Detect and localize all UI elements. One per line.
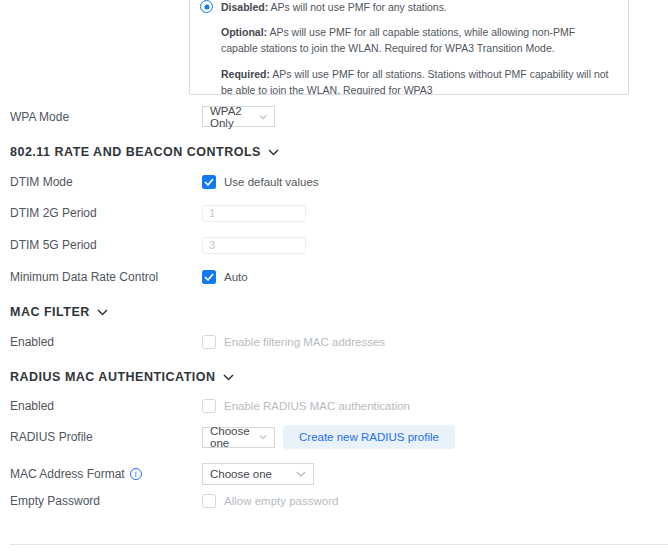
- radius-enabled-label: Enabled: [10, 399, 202, 413]
- dtim-2g-row: DTIM 2G Period: [10, 204, 668, 222]
- dtim-5g-input[interactable]: [202, 237, 306, 254]
- pmf-option-disabled-text: Disabled: APs will not use PMF for any s…: [221, 0, 447, 14]
- mac-filter-enabled-row: Enabled Enable filtering MAC addresses: [10, 334, 668, 349]
- pmf-options-box: Disabled: APs will not use PMF for any s…: [189, 0, 629, 95]
- mac-address-format-row: MAC Address Format i Choose one: [10, 463, 668, 485]
- min-data-rate-label: Minimum Data Rate Control: [10, 270, 202, 284]
- wpa-mode-label: WPA Mode: [10, 110, 202, 124]
- dtim-2g-input[interactable]: [202, 205, 306, 222]
- pmf-option-required-text: Required: APs will use PMF for all stati…: [221, 66, 614, 95]
- radius-enabled-checkbox-label: Enable RADIUS MAC authentication: [224, 400, 410, 412]
- pmf-option-required-name: Required:: [221, 68, 270, 80]
- create-radius-profile-button[interactable]: Create new RADIUS profile: [283, 425, 455, 449]
- mac-address-format-value: Choose one: [210, 468, 272, 480]
- empty-password-row: Empty Password Allow empty password: [10, 493, 668, 508]
- wpa-mode-select[interactable]: WPA2 Only: [202, 106, 275, 127]
- radius-enabled-checkbox[interactable]: [202, 399, 216, 413]
- empty-password-label: Empty Password: [10, 494, 202, 508]
- min-data-rate-row: Minimum Data Rate Control Auto: [10, 269, 668, 284]
- empty-password-checkbox[interactable]: [202, 494, 216, 508]
- radio-selected-icon[interactable]: [200, 0, 213, 13]
- dtim-2g-label: DTIM 2G Period: [10, 206, 202, 220]
- pmf-option-disabled-name: Disabled:: [221, 1, 268, 13]
- pmf-option-optional-name: Optional:: [221, 26, 267, 38]
- empty-password-checkbox-label: Allow empty password: [224, 495, 338, 507]
- dtim-mode-checkbox[interactable]: [202, 175, 216, 189]
- dtim-5g-row: DTIM 5G Period: [10, 236, 668, 254]
- mac-filter-enabled-label: Enabled: [10, 335, 202, 349]
- dtim-5g-label: DTIM 5G Period: [10, 238, 202, 252]
- info-icon[interactable]: i: [130, 468, 142, 480]
- radio-dot: [204, 4, 209, 9]
- mac-address-format-label-wrap: MAC Address Format i: [10, 467, 202, 481]
- wpa-mode-row: WPA Mode WPA2 Only: [10, 106, 668, 127]
- min-data-rate-checkbox[interactable]: [202, 270, 216, 284]
- checkmark-icon: [204, 273, 214, 281]
- radius-profile-row: RADIUS Profile Choose one Create new RAD…: [10, 425, 668, 449]
- chevron-down-icon: [296, 471, 306, 477]
- radius-profile-select[interactable]: Choose one: [202, 427, 275, 448]
- section-title-radius-mac: RADIUS MAC AUTHENTICATION: [10, 370, 216, 384]
- pmf-option-optional-desc: APs will use PMF for all capable station…: [221, 26, 575, 54]
- mac-address-format-select[interactable]: Choose one: [202, 463, 314, 485]
- radius-profile-value: Choose one: [210, 425, 259, 449]
- checkmark-icon: [204, 178, 214, 186]
- mac-filter-enabled-checkbox[interactable]: [202, 335, 216, 349]
- pmf-option-required-desc: APs will use PMF for all stations. Stati…: [221, 68, 608, 95]
- pmf-option-disabled-desc: APs will not use PMF for any stations.: [271, 1, 447, 13]
- wlan-settings-page: Disabled: APs will not use PMF for any s…: [0, 0, 668, 554]
- min-data-rate-checkbox-label: Auto: [224, 271, 248, 283]
- wpa-mode-value: WPA2 Only: [210, 105, 259, 129]
- collapse-chevron-icon[interactable]: [97, 309, 108, 316]
- bottom-divider: [10, 544, 668, 545]
- section-header-rate-beacon[interactable]: 802.11 RATE AND BEACON CONTROLS: [10, 145, 279, 159]
- radius-enabled-row: Enabled Enable RADIUS MAC authentication: [10, 398, 668, 413]
- pmf-option-disabled[interactable]: Disabled: APs will not use PMF for any s…: [200, 0, 614, 14]
- collapse-chevron-icon[interactable]: [268, 149, 279, 156]
- chevron-down-icon: [259, 434, 267, 440]
- dtim-mode-label: DTIM Mode: [10, 175, 202, 189]
- pmf-option-optional-text: Optional: APs will use PMF for all capab…: [221, 24, 614, 56]
- collapse-chevron-icon[interactable]: [223, 374, 234, 381]
- radius-profile-label: RADIUS Profile: [10, 430, 202, 444]
- mac-filter-enabled-checkbox-label: Enable filtering MAC addresses: [224, 336, 385, 348]
- dtim-mode-row: DTIM Mode Use default values: [10, 174, 668, 189]
- section-title-mac-filter: MAC FILTER: [10, 305, 90, 319]
- mac-address-format-label: MAC Address Format: [10, 467, 125, 481]
- dtim-mode-checkbox-label: Use default values: [224, 176, 319, 188]
- section-header-mac-filter[interactable]: MAC FILTER: [10, 305, 108, 319]
- section-header-radius-mac[interactable]: RADIUS MAC AUTHENTICATION: [10, 370, 234, 384]
- chevron-down-icon: [259, 114, 267, 120]
- section-title-rate-beacon: 802.11 RATE AND BEACON CONTROLS: [10, 145, 261, 159]
